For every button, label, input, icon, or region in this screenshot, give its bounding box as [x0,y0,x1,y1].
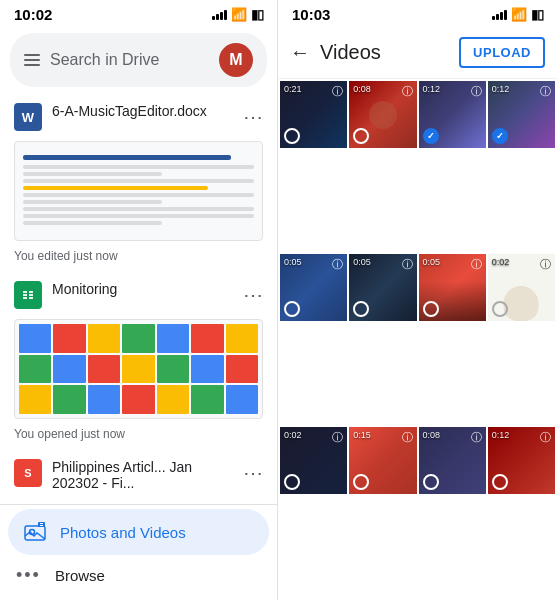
browse-label: Browse [55,567,105,584]
svg-rect-1 [23,291,27,293]
video-info-icon[interactable]: ⓘ [540,257,551,272]
video-thumb[interactable]: 0:15 ⓘ [349,427,416,494]
list-item[interactable]: W 6-A-MusicTagEditor.docx ⋯ [0,93,277,141]
video-thumb[interactable]: 0:02 ⓘ [280,427,347,494]
wifi-icon: 📶 [231,7,247,22]
video-info-icon[interactable]: ⓘ [540,430,551,445]
video-duration: 0:12 [492,84,510,94]
video-duration: 0:12 [492,430,510,440]
word-icon: W [14,103,42,131]
video-thumb[interactable]: 0:02 ⓘ [488,254,555,321]
video-thumb[interactable]: 0:08 ⓘ [349,81,416,148]
list-item[interactable]: Monitoring ⋯ [0,271,277,319]
video-thumb[interactable]: 0:21 ⓘ [280,81,347,148]
svg-rect-6 [29,297,33,299]
status-bar-right: 10:03 📶 ▮▯ [278,0,557,27]
video-thumb[interactable]: 0:12 ⓘ [488,81,555,148]
status-icons-right: 📶 ▮▯ [492,7,543,22]
video-duration: 0:05 [423,257,441,267]
svg-rect-5 [23,297,27,299]
photos-label: Photos and Videos [60,524,186,541]
file-preview-sheet [14,319,263,419]
select-circle[interactable] [423,128,439,144]
sheet-content [15,320,262,418]
time-left: 10:02 [14,6,52,23]
video-thumb[interactable]: 0:08 ⓘ [419,427,486,494]
video-duration: 0:08 [423,430,441,440]
video-duration: 0:05 [284,257,302,267]
videos-header: ← Videos UPLOAD [278,27,557,79]
left-panel: 10:02 📶 ▮▯ Search in Drive M W 6-A-Mus [0,0,278,600]
select-circle[interactable] [423,474,439,490]
video-duration: 0:02 [284,430,302,440]
svg-rect-10 [40,523,43,524]
video-thumb[interactable]: 0:05 ⓘ [280,254,347,321]
select-circle[interactable] [353,301,369,317]
file-more-icon[interactable]: ⋯ [243,283,263,307]
svg-rect-11 [40,525,43,526]
file-status: You edited just now [0,247,277,271]
status-icons-left: 📶 ▮▯ [212,7,263,22]
file-list: W 6-A-MusicTagEditor.docx ⋯ You edited j… [0,93,277,504]
page-title: Videos [320,41,449,64]
video-info-icon[interactable]: ⓘ [402,430,413,445]
select-circle[interactable] [284,128,300,144]
select-circle[interactable] [492,128,508,144]
file-more-icon[interactable]: ⋯ [243,461,263,485]
hamburger-icon[interactable] [24,54,40,66]
svg-rect-2 [29,291,33,293]
svg-rect-4 [29,294,33,296]
video-thumb[interactable]: 0:12 ⓘ [488,427,555,494]
select-circle[interactable] [284,301,300,317]
video-info-icon[interactable]: ⓘ [332,84,343,99]
wifi-icon: 📶 [511,7,527,22]
file-info: Monitoring [52,281,233,301]
browse-item[interactable]: ••• Browse [0,555,277,596]
list-item[interactable]: S Philippines Articl... Jan 202302 - Fi.… [0,449,277,504]
status-bar-left: 10:02 📶 ▮▯ [0,0,277,27]
video-thumb[interactable]: 0:12 ⓘ [419,81,486,148]
video-duration: 0:15 [353,430,371,440]
svg-rect-9 [38,522,45,527]
video-duration: 0:12 [423,84,441,94]
avatar[interactable]: M [219,43,253,77]
video-thumb[interactable]: 0:05 ⓘ [349,254,416,321]
video-info-icon[interactable]: ⓘ [471,257,482,272]
select-circle[interactable] [353,474,369,490]
search-placeholder: Search in Drive [50,51,209,69]
file-more-icon[interactable]: ⋯ [243,105,263,129]
slides-icon: S [14,459,42,487]
sheets-icon [14,281,42,309]
video-info-icon[interactable]: ⓘ [332,430,343,445]
file-info: Philippines Articl... Jan 202302 - Fi... [52,459,233,495]
right-panel: 10:03 📶 ▮▯ ← Videos UPLOAD 0:21 ⓘ 0:08 [278,0,557,600]
select-circle[interactable] [492,474,508,490]
select-circle[interactable] [492,301,508,317]
select-circle[interactable] [284,474,300,490]
select-circle[interactable] [353,128,369,144]
video-info-icon[interactable]: ⓘ [471,430,482,445]
video-info-icon[interactable]: ⓘ [402,257,413,272]
file-name: Monitoring [52,281,233,297]
video-info-icon[interactable]: ⓘ [540,84,551,99]
video-duration: 0:05 [353,257,371,267]
time-right: 10:03 [292,6,330,23]
search-bar[interactable]: Search in Drive M [10,33,267,87]
video-info-icon[interactable]: ⓘ [402,84,413,99]
svg-rect-3 [23,294,27,296]
photos-videos-item[interactable]: Photos and Videos [8,509,269,555]
battery-icon: ▮▯ [531,7,543,22]
video-info-icon[interactable]: ⓘ [471,84,482,99]
doc-content [15,149,262,234]
video-info-icon[interactable]: ⓘ [332,257,343,272]
file-name: 6-A-MusicTagEditor.docx [52,103,233,119]
upload-button[interactable]: UPLOAD [459,37,545,68]
select-circle[interactable] [423,301,439,317]
back-button[interactable]: ← [290,41,310,64]
battery-icon: ▮▯ [251,7,263,22]
video-duration: 0:21 [284,84,302,94]
bottom-bar: Photos and Videos ••• Browse [0,504,277,600]
signal-icon [492,10,507,20]
signal-icon [212,10,227,20]
video-thumb[interactable]: 0:05 ⓘ [419,254,486,321]
